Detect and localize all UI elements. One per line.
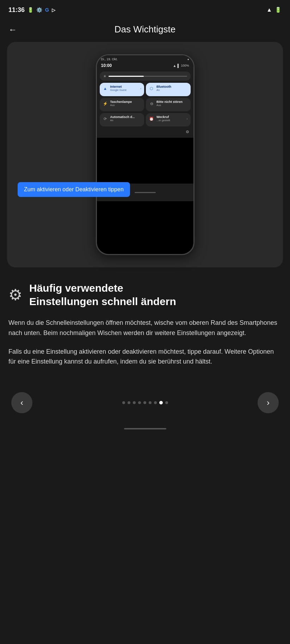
qs-grid: ▲ Internet Google Guest › ⬡ (100, 83, 191, 126)
qs-dnd-sub: Aus (156, 104, 183, 107)
rotate-tile-icon: ⟳ (103, 117, 108, 121)
phone-status-icons: ▲ ▌ 100% (173, 64, 189, 68)
qs-tile-rotate[interactable]: ⟳ Automatisch d... An (100, 113, 144, 126)
bottom-nav: ‹ › (0, 386, 290, 425)
qs-tile-internet-text: Internet Google Guest (110, 85, 127, 92)
dot-1 (122, 401, 125, 404)
feature-desc-1: Wenn du die Schnelleinstellungen öffnen … (8, 318, 282, 338)
qs-settings-row: ⚙ (100, 128, 191, 136)
dnd-tile-icon: ⊖ (149, 101, 154, 106)
top-nav: ← Das Wichtigste (0, 18, 290, 42)
qs-internet-sub: Google Guest (110, 89, 127, 92)
feature-header: ⚙ Häufig verwendeteEinstellungen schnell… (8, 281, 282, 308)
status-time: 11:36 (8, 6, 25, 14)
dot-8 (159, 401, 163, 404)
qs-alarm-sub: ...er gestellt (156, 119, 170, 122)
qs-tile-bluetooth[interactable]: ⬡ Bluetooth An (146, 83, 191, 96)
content-section: ⚙ Häufig verwendeteEinstellungen schnell… (0, 276, 290, 384)
brightness-bar (109, 76, 187, 77)
phone-black-area (97, 138, 193, 184)
tooltip-text: Zum aktivieren oder Deaktivieren tippen (24, 186, 124, 192)
dot-9 (165, 401, 168, 404)
page-title: Das Wichtigste (115, 24, 175, 35)
qs-bluetooth-sub: An (156, 89, 171, 92)
prev-button[interactable]: ‹ (11, 392, 32, 413)
phone-status-bar: Di., 19. Okt. ● (97, 55, 193, 62)
home-indicator (0, 425, 290, 434)
alarm-tile-icon: ⏰ (149, 117, 154, 121)
phone-signal-icon: ▌ (177, 64, 180, 68)
qs-tile-dnd-text: Bitte nicht stören Aus (156, 100, 183, 107)
dot-7 (154, 401, 157, 404)
feature-title: Häufig verwendeteEinstellungen schnell ä… (29, 281, 176, 308)
phone-home-indicator (135, 192, 156, 193)
status-bar: 11:36 🔋 ⚙️ G ▷ ▲ 🔋 (0, 0, 290, 18)
status-left: 11:36 🔋 ⚙️ G ▷ (8, 6, 55, 14)
next-icon: › (267, 398, 270, 408)
battery-status-icon: 🔋 (275, 7, 282, 13)
phone-time-row: 10:00 ▲ ▌ 100% (97, 62, 193, 69)
phone-time: 10:00 (101, 63, 112, 68)
phone-mockup: Di., 19. Okt. ● 10:00 ▲ ▌ 100% ☀ (96, 54, 195, 255)
bluetooth-tile-icon: ⬡ (149, 86, 154, 91)
preview-card: Di., 19. Okt. ● 10:00 ▲ ▌ 100% ☀ (7, 42, 283, 267)
next-button[interactable]: › (258, 392, 279, 413)
qs-tile-bluetooth-text: Bluetooth An (156, 85, 171, 92)
qs-rotate-label: Automatisch d... (110, 116, 135, 119)
tooltip-bubble: Zum aktivieren oder Deaktivieren tippen (18, 182, 130, 197)
play-icon: ▷ (52, 7, 55, 13)
pagination-dots (122, 401, 168, 404)
google-icon: G (45, 7, 49, 13)
phone-date: Di., 19. Okt. (101, 57, 118, 61)
qs-tile-dnd[interactable]: ⊖ Bitte nicht stören Aus (146, 98, 191, 111)
status-right: ▲ 🔋 (266, 7, 282, 13)
phone-wifi-icon: ▲ (173, 64, 176, 68)
wifi-tile-icon: ▲ (103, 86, 108, 91)
quick-settings-panel: ☀ ▲ Internet Google Guest (97, 69, 193, 138)
qs-flashlight-sub: Aus (110, 104, 132, 107)
prev-icon: ‹ (20, 398, 23, 408)
battery-icon: 🔋 (27, 7, 33, 13)
home-bar (124, 428, 166, 429)
dot-5 (143, 401, 146, 404)
qs-tile-rotate-text: Automatisch d... An (110, 116, 135, 122)
dot-3 (133, 401, 136, 404)
phone-screen: Di., 19. Okt. ● 10:00 ▲ ▌ 100% ☀ (97, 55, 193, 254)
brightness-fill (109, 76, 144, 77)
qs-tile-flashlight[interactable]: ⚡ Taschenlampe Aus (100, 98, 144, 111)
phone-battery: 100% (181, 64, 189, 67)
qs-tile-alarm-text: Weckruf ...er gestellt (156, 116, 170, 122)
alarm-chevron: › (187, 117, 188, 120)
phone-dot: ● (187, 58, 189, 61)
internet-chevron: › (140, 87, 141, 90)
settings-status-icon: ⚙️ (36, 7, 42, 13)
qs-rotate-sub: An (110, 119, 135, 122)
qs-tile-flashlight-text: Taschenlampe Aus (110, 100, 132, 107)
dot-2 (128, 401, 130, 404)
wifi-status-icon: ▲ (266, 7, 272, 13)
brightness-icon: ☀ (103, 74, 106, 78)
feature-desc-2: Falls du eine Einstellung aktivieren ode… (8, 347, 282, 367)
brightness-row: ☀ (100, 72, 191, 81)
feature-gear-icon: ⚙ (8, 286, 22, 304)
flashlight-tile-icon: ⚡ (103, 101, 108, 106)
dot-4 (138, 401, 141, 404)
qs-tile-internet[interactable]: ▲ Internet Google Guest › (100, 83, 144, 96)
qs-tile-alarm[interactable]: ⏰ Weckruf ...er gestellt › (146, 113, 191, 126)
back-button[interactable]: ← (8, 25, 17, 35)
dot-6 (149, 401, 152, 404)
qs-gear-icon[interactable]: ⚙ (186, 130, 189, 134)
